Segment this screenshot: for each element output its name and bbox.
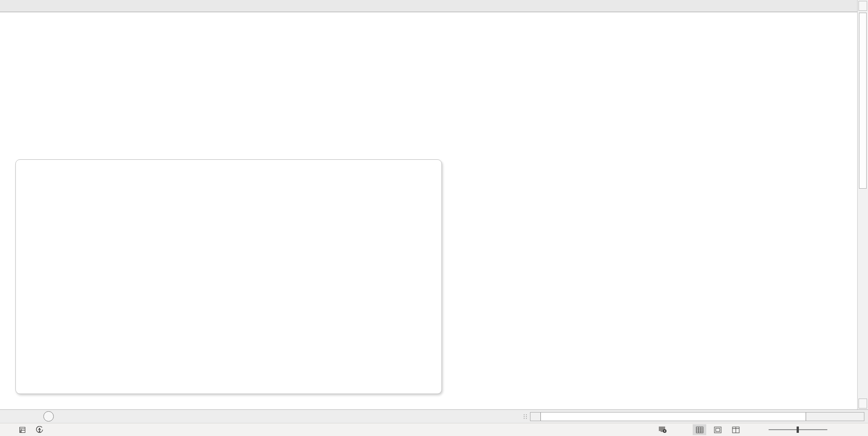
horizontal-scrollbar-thumb[interactable] <box>540 413 806 421</box>
horizontal-scrollbar[interactable] <box>530 412 864 421</box>
normal-view-button[interactable] <box>693 424 706 435</box>
zoom-slider-thumb[interactable] <box>797 427 799 433</box>
page-layout-view-button[interactable] <box>711 424 724 435</box>
tab-navigation <box>0 410 32 423</box>
scroll-right-icon[interactable] <box>854 413 864 421</box>
vertical-scrollbar-thumb[interactable] <box>859 13 867 189</box>
add-sheet-button[interactable] <box>43 411 54 422</box>
scroll-left-icon[interactable] <box>530 413 540 421</box>
status-bar <box>0 423 868 436</box>
chart[interactable] <box>15 159 442 394</box>
vertical-scrollbar[interactable] <box>857 0 868 409</box>
scrollbar-resize-grip[interactable] <box>524 414 527 419</box>
accessibility-icon <box>36 426 43 434</box>
scroll-up-icon[interactable] <box>859 1 867 11</box>
excel-window <box>0 0 868 436</box>
zoom-slider[interactable] <box>769 429 827 430</box>
page-break-view-button[interactable] <box>729 424 742 435</box>
scroll-down-icon[interactable] <box>859 399 867 408</box>
display-settings-icon <box>658 426 667 433</box>
sheet-tab-strip <box>0 409 868 423</box>
column-header-strip <box>0 0 857 12</box>
macro-record-icon[interactable] <box>19 427 26 433</box>
